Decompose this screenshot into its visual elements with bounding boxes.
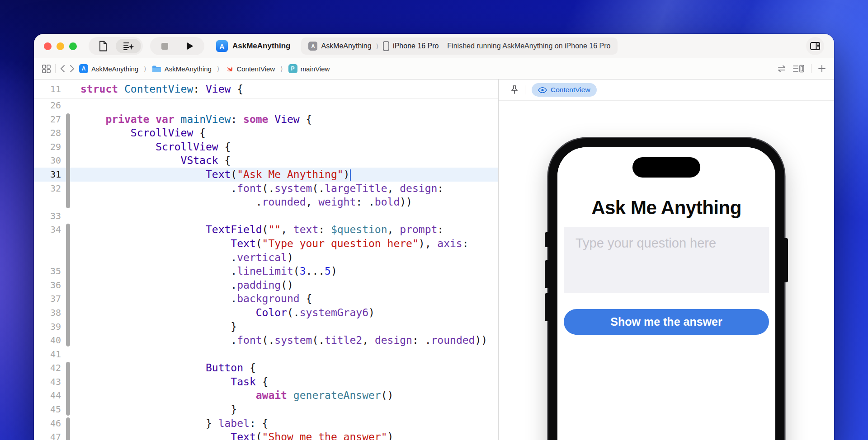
line-number[interactable]: 30 — [34, 154, 61, 168]
line-number[interactable]: 29 — [34, 140, 61, 154]
code-row[interactable]: 31 Text("Ask Me Anything") — [34, 168, 498, 182]
code-token: : — [437, 224, 443, 235]
code-row[interactable]: Text("Type your question here"), axis: — [34, 237, 498, 251]
line-number[interactable]: 44 — [34, 389, 61, 403]
code-row[interactable]: 30 VStack { — [34, 154, 498, 168]
code-row[interactable]: 29 ScrollView { — [34, 140, 498, 154]
minimize-window-button[interactable] — [57, 42, 64, 50]
code-row[interactable]: .vertical) — [34, 251, 498, 265]
scheme-selector[interactable]: A AskMeAnything ⟩ iPhone 16 Pro Finished… — [301, 37, 618, 55]
line-number[interactable]: 45 — [34, 403, 61, 417]
code-row[interactable]: 27 private var mainView: some View { — [34, 112, 498, 126]
stop-button[interactable] — [152, 39, 177, 53]
line-number[interactable]: 47 — [34, 430, 61, 440]
code-token — [268, 113, 274, 125]
line-number[interactable]: 37 — [34, 292, 61, 306]
line-number[interactable]: 39 — [34, 320, 61, 334]
code-row[interactable]: 44 await generateAnswer() — [34, 389, 498, 403]
code-token: VStack — [181, 154, 218, 166]
line-number[interactable]: 38 — [34, 306, 61, 320]
preview-pane: ContentView Ask Me Anything Type y — [499, 80, 834, 440]
code-row[interactable]: 32 .font(.system(.largeTitle, design: — [34, 182, 498, 196]
code-row[interactable]: 37 .background { — [34, 292, 498, 306]
code-token: } — [80, 403, 237, 415]
active-project[interactable]: A AskMeAnything — [216, 40, 290, 52]
line-number[interactable]: 26 — [34, 98, 61, 112]
code-row[interactable]: 46 } label: { — [34, 417, 498, 431]
line-number[interactable]: 41 — [34, 347, 61, 361]
code-row[interactable]: 47 Text("Show me the answer") — [34, 430, 498, 440]
run-destination: iPhone 16 Pro — [393, 42, 439, 50]
code-row[interactable]: 39 } — [34, 320, 498, 334]
line-number[interactable]: 36 — [34, 278, 61, 292]
breadcrumb-project[interactable]: A AskMeAnything — [79, 64, 138, 73]
code-token: . — [80, 265, 237, 277]
breadcrumb-file[interactable]: ContentView — [225, 65, 275, 73]
line-number[interactable]: 33 — [34, 209, 61, 223]
line-number[interactable]: 34 — [34, 223, 61, 237]
line-number[interactable]: 43 — [34, 375, 61, 389]
code-row[interactable]: 28 ScrollView { — [34, 126, 498, 140]
code-token: TextField — [206, 224, 262, 235]
code-row[interactable]: 11struct ContentView: View { — [34, 80, 498, 98]
code-token — [80, 376, 231, 388]
code-row[interactable]: 34 TextField("", text: $question, prompt… — [34, 223, 498, 237]
code-row[interactable]: 33 — [34, 209, 498, 223]
line-number[interactable]: 31 — [34, 168, 61, 182]
property-icon: P — [288, 64, 297, 73]
go-forward-icon[interactable] — [70, 65, 75, 73]
line-number[interactable]: 46 — [34, 417, 61, 431]
question-field[interactable]: Type your question here — [564, 227, 769, 293]
breadcrumb-separator: ⟩ — [216, 65, 220, 72]
code-token: ( — [256, 431, 262, 440]
line-number[interactable]: 27 — [34, 112, 61, 126]
code-token: "Type your question here" — [262, 238, 419, 249]
editor-preview-divider[interactable] — [498, 80, 499, 440]
swap-editor-icon[interactable] — [777, 65, 787, 73]
line-number[interactable]: 42 — [34, 361, 61, 375]
code-row[interactable]: 42 Button { — [34, 361, 498, 375]
jumpbar-divider — [811, 64, 811, 73]
minimap-icon[interactable] — [793, 65, 805, 73]
line-number[interactable]: 11 — [34, 80, 61, 98]
close-window-button[interactable] — [44, 42, 52, 50]
line-number[interactable]: 32 — [34, 182, 61, 196]
code-row[interactable]: 26 — [34, 98, 498, 112]
line-number[interactable]: 40 — [34, 333, 61, 347]
breadcrumb-group[interactable]: AskMeAnything — [152, 65, 212, 73]
code-token: ( — [262, 224, 269, 235]
zoom-window-button[interactable] — [69, 42, 77, 50]
preview-target-pill[interactable]: ContentView — [532, 83, 597, 97]
toggle-inspector-button[interactable] — [806, 37, 824, 55]
code-token: 5 — [325, 265, 331, 277]
code-token — [287, 389, 293, 401]
code-row[interactable]: 41 — [34, 347, 498, 361]
code-token: rounded — [262, 196, 306, 208]
code-token: . — [80, 252, 237, 263]
breadcrumb-separator: ⟩ — [279, 65, 283, 72]
code-row[interactable]: 43 Task { — [34, 375, 498, 389]
code-token: ) — [368, 307, 375, 318]
new-file-button[interactable] — [90, 39, 116, 53]
show-answer-button[interactable]: Show me the answer — [564, 309, 769, 335]
go-back-icon[interactable] — [60, 65, 65, 73]
line-number[interactable]: 35 — [34, 264, 61, 278]
code-row[interactable]: 35 .lineLimit(3...5) — [34, 264, 498, 278]
code-row[interactable]: 38 Color(.systemGray6) — [34, 306, 498, 320]
code-token: mainView — [181, 113, 231, 125]
related-items-icon[interactable] — [42, 65, 51, 73]
code-row[interactable]: 36 .padding() — [34, 278, 498, 292]
volume-up-button — [545, 260, 548, 288]
code-row[interactable]: 45 } — [34, 403, 498, 417]
code-token: . — [80, 279, 237, 291]
line-number[interactable]: 28 — [34, 126, 61, 140]
code-row[interactable]: 40 .font(.system(.title2, design: .round… — [34, 333, 498, 347]
breadcrumb-symbol[interactable]: P mainView — [288, 64, 330, 73]
pin-preview-icon[interactable] — [510, 85, 519, 95]
code-editor[interactable]: 11struct ContentView: View { 2627 privat… — [34, 80, 498, 440]
code-assist-button[interactable] — [116, 39, 141, 53]
add-editor-icon[interactable] — [818, 65, 826, 73]
change-bar — [66, 113, 70, 208]
run-button[interactable] — [177, 39, 203, 53]
code-row[interactable]: .rounded, weight: .bold)) — [34, 195, 498, 209]
